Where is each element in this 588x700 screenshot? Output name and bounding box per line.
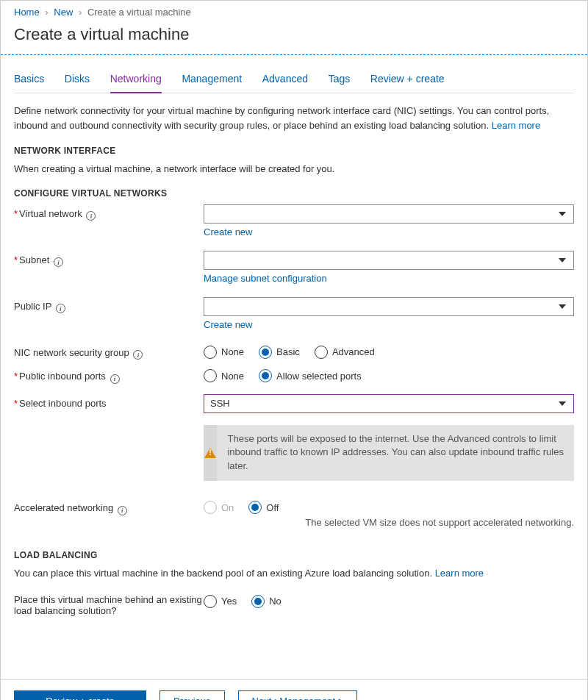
tab-disks[interactable]: Disks — [65, 67, 90, 92]
tab-basics[interactable]: Basics — [14, 67, 44, 92]
warning-text: These ports will be exposed to the inter… — [217, 425, 574, 482]
chevron-right-icon: › — [79, 7, 82, 18]
info-icon[interactable]: i — [118, 506, 127, 515]
label-accelerated-networking: Accelerated networking i — [14, 499, 204, 515]
lb-learn-more-link[interactable]: Learn more — [435, 568, 484, 579]
label-public-ip: Public IP i — [14, 297, 204, 314]
label-subnet: *Subnet i — [14, 251, 204, 268]
chevron-right-icon: › — [45, 7, 48, 18]
load-balancing-desc: You can place this virtual machine in th… — [14, 566, 574, 581]
tab-tags[interactable]: Tags — [329, 67, 351, 92]
tab-review[interactable]: Review + create — [370, 67, 445, 92]
radio-accel-off[interactable]: Off — [248, 501, 279, 514]
tab-management[interactable]: Management — [182, 67, 242, 92]
virtual-network-dropdown[interactable] — [204, 204, 574, 224]
info-icon[interactable]: i — [110, 374, 120, 384]
learn-more-link[interactable]: Learn more — [492, 120, 540, 131]
label-virtual-network: *Virtual network i — [14, 204, 204, 221]
radio-lb-no[interactable]: No — [251, 595, 282, 608]
tab-advanced[interactable]: Advanced — [262, 67, 308, 92]
section-network-interface: NETWORK INTERFACE — [14, 146, 574, 156]
warning-box: These ports will be exposed to the inter… — [204, 425, 574, 482]
breadcrumb-current: Create a virtual machine — [87, 7, 191, 18]
previous-button[interactable]: Previous — [159, 690, 225, 700]
network-interface-desc: When creating a virtual machine, a netwo… — [14, 162, 574, 176]
info-icon[interactable]: i — [133, 350, 143, 360]
select-ports-dropdown[interactable]: SSH — [204, 394, 574, 413]
intro-text: Define network connectivity for your vir… — [14, 104, 574, 132]
create-new-ip-link[interactable]: Create new — [204, 319, 252, 330]
label-inbound-ports: *Public inbound ports i — [14, 367, 204, 384]
manage-subnet-link[interactable]: Manage subnet configuration — [204, 273, 327, 284]
breadcrumb-new[interactable]: New — [54, 7, 73, 18]
page-title: Create a virtual machine — [1, 22, 587, 54]
create-new-vnet-link[interactable]: Create new — [204, 226, 252, 238]
accel-note: The selected VM size does not support ac… — [204, 517, 574, 528]
subnet-dropdown[interactable] — [204, 251, 574, 270]
radio-nsg-basic[interactable]: Basic — [259, 346, 300, 359]
radio-nsg-advanced[interactable]: Advanced — [315, 346, 375, 359]
radio-inbound-none[interactable]: None — [204, 369, 244, 382]
footer-actions: Review + create Previous Next : Manageme… — [1, 679, 587, 700]
label-select-ports: *Select inbound ports — [14, 394, 204, 409]
warning-icon — [204, 448, 216, 458]
review-create-button[interactable]: Review + create — [14, 690, 146, 700]
public-ip-dropdown[interactable] — [204, 297, 574, 316]
breadcrumb-home[interactable]: Home — [14, 7, 40, 18]
section-load-balancing: LOAD BALANCING — [14, 550, 574, 560]
radio-accel-on: On — [204, 501, 234, 514]
radio-nsg-none[interactable]: None — [204, 346, 244, 359]
divider-dashed — [1, 54, 587, 55]
info-icon[interactable]: i — [54, 257, 63, 267]
info-icon[interactable]: i — [56, 304, 65, 313]
section-configure-networks: CONFIGURE VIRTUAL NETWORKS — [14, 188, 574, 199]
radio-inbound-allow[interactable]: Allow selected ports — [259, 369, 362, 382]
tab-networking[interactable]: Networking — [110, 67, 162, 93]
breadcrumb: Home › New › Create a virtual machine — [1, 1, 587, 22]
label-nsg: NIC network security group i — [14, 343, 204, 360]
tabs: Basics Disks Networking Management Advan… — [14, 67, 574, 93]
label-place-behind-lb: Place this virtual machine behind an exi… — [14, 593, 204, 616]
radio-lb-yes[interactable]: Yes — [204, 595, 237, 608]
next-button[interactable]: Next : Management > — [238, 690, 358, 700]
info-icon[interactable]: i — [86, 211, 96, 221]
